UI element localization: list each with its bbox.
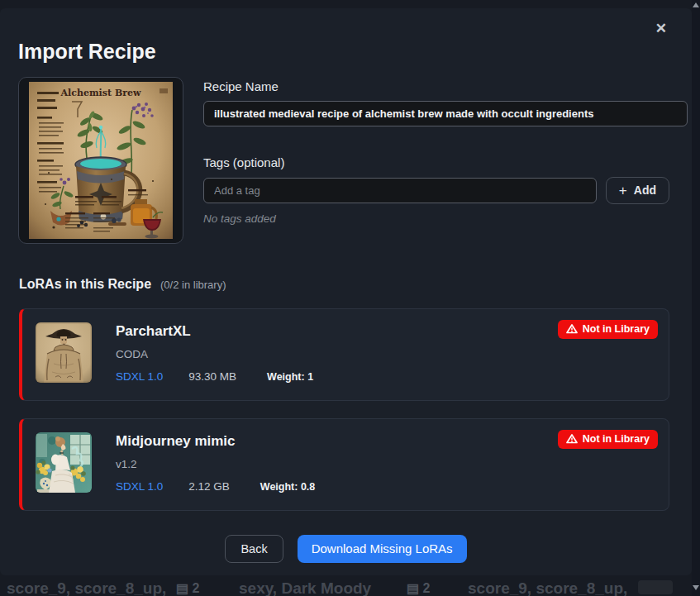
alchemist-brew-illustration: Alchemist Brew	[29, 82, 173, 239]
lora-version: v1.2	[116, 458, 315, 470]
backdrop-layers-chip-2: ▤ 2	[407, 580, 430, 596]
modal-title: Import Recipe	[18, 40, 692, 64]
weight-value: Weight: 1	[267, 371, 313, 383]
no-tags-text: No tags added	[203, 212, 688, 225]
plus-icon: +	[619, 184, 627, 198]
scrollbar-up-icon[interactable]	[693, 2, 699, 7]
tag-input[interactable]	[203, 178, 597, 203]
top-section: Alchemist Brew	[18, 77, 688, 244]
parchartxl-thumbnail-art	[36, 322, 92, 383]
lora-name: ParchartXL	[116, 323, 313, 340]
tags-label: Tags (optional)	[203, 155, 688, 169]
import-recipe-modal: ✕ Import Recipe	[0, 8, 692, 575]
base-model-link[interactable]: SDXL 1.0	[116, 370, 163, 383]
loras-section-title: LoRAs in this Recipe	[19, 277, 151, 292]
midjourney-mimic-thumbnail-art	[36, 432, 92, 493]
tag-row: + Add	[203, 177, 688, 204]
file-size: 93.30 MB	[188, 370, 236, 383]
badge-label: Not in Library	[583, 323, 650, 335]
download-missing-loras-button[interactable]: Download Missing LoRAs	[298, 535, 467, 563]
screen: Duplicates R Illustrious MoriiMee_Gothic…	[0, 0, 700, 596]
scrollbar-track[interactable]	[692, 0, 700, 596]
weight-value: Weight: 0.8	[260, 481, 315, 493]
lora-info: ParchartXL CODA SDXL 1.0 93.30 MB Weight…	[116, 322, 313, 387]
lora-meta: SDXL 1.0 2.12 GB Weight: 0.8	[116, 480, 315, 493]
layers-icon: ▤	[176, 581, 188, 595]
back-button[interactable]: Back	[225, 535, 283, 563]
backdrop-prompt3: score_9, score_8_up,	[468, 579, 627, 596]
lora-version: CODA	[116, 348, 313, 360]
recipe-preview-image: Alchemist Brew	[18, 77, 183, 244]
not-in-library-badge: Not in Library	[558, 430, 658, 449]
warning-icon	[566, 434, 578, 444]
backdrop-prompt1: score_9, score_8_up,	[7, 579, 166, 596]
close-icon[interactable]: ✕	[652, 18, 670, 39]
add-tag-label: Add	[634, 184, 656, 197]
warning-icon	[566, 324, 578, 334]
base-model-link[interactable]: SDXL 1.0	[116, 480, 163, 493]
lora-info: Midjourney mimic v1.2 SDXL 1.0 2.12 GB W…	[116, 432, 315, 497]
loras-library-count: (0/2 in library)	[160, 279, 226, 291]
recipe-name-input[interactable]	[203, 101, 688, 126]
backdrop-prompt2: sexy, Dark Moody	[239, 579, 371, 596]
backdrop-layers-chip-1: ▤ 2	[176, 580, 199, 596]
lora-card-parchartxl: ParchartXL CODA SDXL 1.0 93.30 MB Weight…	[19, 308, 669, 401]
modal-footer: Back Download Missing LoRAs	[0, 535, 692, 563]
recipe-name-label: Recipe Name	[203, 79, 688, 93]
lora-thumbnail	[36, 432, 92, 493]
scrollbar-down-icon[interactable]	[693, 585, 699, 590]
lora-card-midjourney-mimic: Midjourney mimic v1.2 SDXL 1.0 2.12 GB W…	[19, 418, 669, 511]
add-tag-button[interactable]: + Add	[606, 177, 669, 204]
svg-text:Alchemist Brew: Alchemist Brew	[60, 88, 141, 98]
backdrop-button-ghost	[638, 580, 673, 594]
layers-count: 2	[193, 581, 200, 595]
lora-meta: SDXL 1.0 93.30 MB Weight: 1	[116, 370, 313, 383]
lora-name: Midjourney mimic	[116, 433, 315, 450]
badge-label: Not in Library	[583, 433, 650, 445]
not-in-library-badge: Not in Library	[558, 320, 658, 339]
loras-section-header: LoRAs in this Recipe (0/2 in library)	[19, 277, 692, 292]
lora-list: ParchartXL CODA SDXL 1.0 93.30 MB Weight…	[19, 308, 669, 511]
layers-icon: ▤	[407, 581, 419, 595]
layers-count: 2	[423, 581, 431, 595]
form-fields: Recipe Name Tags (optional) + Add No tag…	[203, 77, 688, 244]
file-size: 2.12 GB	[188, 480, 230, 493]
lora-thumbnail	[36, 322, 92, 383]
